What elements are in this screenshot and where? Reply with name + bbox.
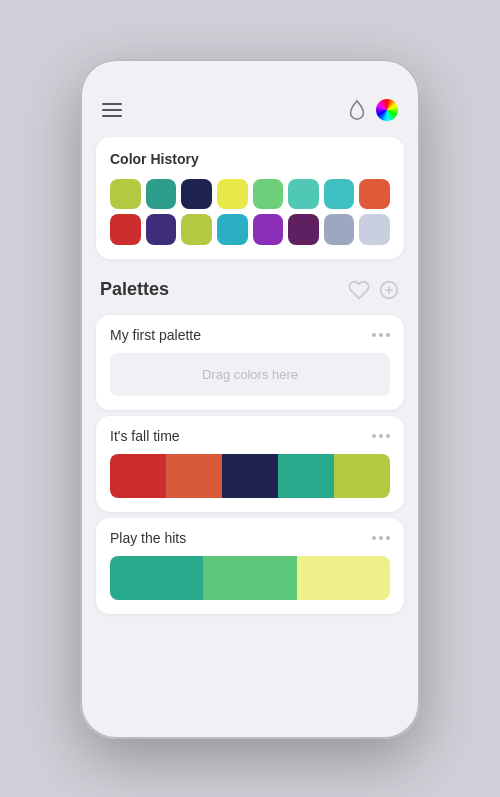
color-grid — [110, 179, 390, 245]
palettes-section-header: Palettes — [80, 265, 420, 309]
strip-color[interactable] — [334, 454, 390, 498]
palette-header: It's fall time — [110, 428, 390, 444]
strip-color[interactable] — [297, 556, 390, 600]
strip-color[interactable] — [278, 454, 334, 498]
add-palette-icon[interactable] — [378, 279, 400, 301]
color-swatch[interactable] — [217, 214, 248, 245]
color-swatch[interactable] — [110, 179, 141, 210]
color-swatch[interactable] — [359, 214, 390, 245]
palettes-container: My first paletteDrag colors hereIt's fal… — [80, 315, 420, 614]
drag-zone[interactable]: Drag colors here — [110, 353, 390, 396]
palette-card: Play the hits — [96, 518, 404, 614]
color-swatch[interactable] — [217, 179, 248, 210]
menu-button[interactable] — [102, 103, 122, 117]
color-swatch[interactable] — [324, 214, 355, 245]
palette-strip — [110, 454, 390, 498]
color-wheel-icon[interactable] — [376, 99, 398, 121]
strip-color[interactable] — [166, 454, 222, 498]
strip-color[interactable] — [203, 556, 296, 600]
color-history-card: Color History — [96, 137, 404, 259]
color-swatch[interactable] — [324, 179, 355, 210]
color-swatch[interactable] — [110, 214, 141, 245]
palette-name: My first palette — [110, 327, 201, 343]
favorite-icon[interactable] — [348, 279, 370, 301]
strip-color[interactable] — [222, 454, 278, 498]
color-swatch[interactable] — [146, 214, 177, 245]
palette-name: It's fall time — [110, 428, 180, 444]
color-swatch[interactable] — [288, 179, 319, 210]
section-actions — [348, 279, 400, 301]
color-swatch[interactable] — [146, 179, 177, 210]
palette-more-button[interactable] — [372, 434, 390, 438]
header — [80, 87, 420, 131]
color-swatch[interactable] — [288, 214, 319, 245]
color-history-title: Color History — [110, 151, 390, 167]
palettes-title: Palettes — [100, 279, 169, 300]
palette-name: Play the hits — [110, 530, 186, 546]
color-swatch[interactable] — [181, 179, 212, 210]
strip-color[interactable] — [110, 454, 166, 498]
color-swatch[interactable] — [359, 179, 390, 210]
palette-card: It's fall time — [96, 416, 404, 512]
palette-card: My first paletteDrag colors here — [96, 315, 404, 410]
palette-more-button[interactable] — [372, 536, 390, 540]
color-swatch[interactable] — [253, 179, 284, 210]
palette-more-button[interactable] — [372, 333, 390, 337]
screen: Color History Palettes My first paletteD… — [80, 87, 420, 636]
strip-color[interactable] — [110, 556, 203, 600]
color-swatch[interactable] — [253, 214, 284, 245]
phone-shell: Color History Palettes My first paletteD… — [80, 59, 420, 739]
droplet-icon[interactable] — [346, 99, 368, 121]
palette-header: Play the hits — [110, 530, 390, 546]
color-swatch[interactable] — [181, 214, 212, 245]
palette-header: My first palette — [110, 327, 390, 343]
palette-strip — [110, 556, 390, 600]
header-icons — [346, 99, 398, 121]
